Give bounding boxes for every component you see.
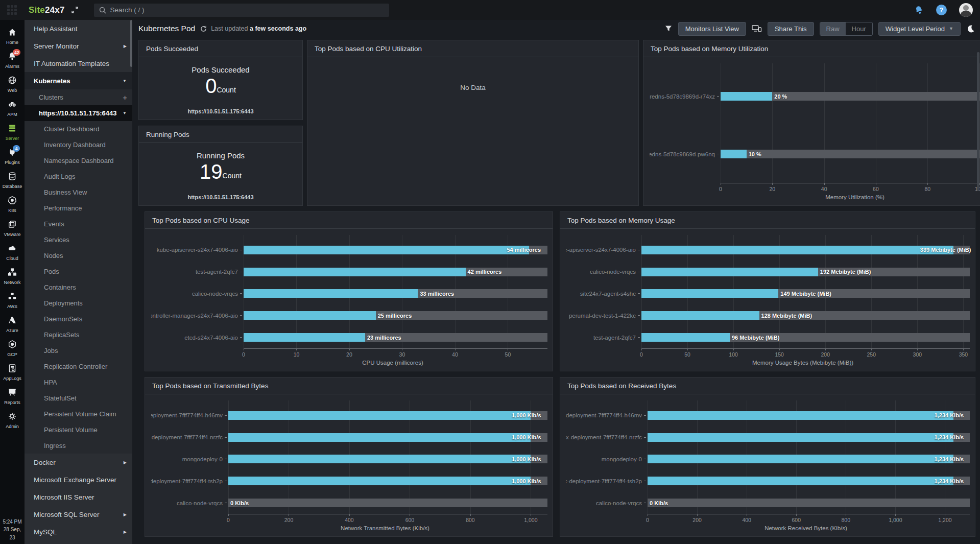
- chart-bar-row[interactable]: mongodeploy-01,234 Kib/s: [566, 448, 970, 470]
- sidebar-item-nodes[interactable]: Nodes: [25, 248, 132, 264]
- widget-level-period-dropdown[interactable]: Widget Level Period▼: [878, 22, 961, 36]
- sidebar-item-namespace-dashboard[interactable]: Namespace Dashboard: [25, 153, 132, 169]
- chart-bar-row[interactable]: calico-node-vrqcs0 Kib/s: [566, 492, 970, 514]
- rail-item-home[interactable]: Home: [0, 24, 25, 48]
- site24x7-logo[interactable]: Site24x7: [29, 5, 65, 15]
- chart-bar-row[interactable]: etcd-s24x7-4006-aio23 millicores: [151, 326, 547, 348]
- rail-item-server[interactable]: Server: [0, 120, 25, 144]
- hour-toggle[interactable]: Hour: [846, 22, 872, 35]
- sidebar-item-clusters[interactable]: Clusters+: [25, 89, 132, 105]
- fullscreen-icon[interactable]: [71, 6, 79, 14]
- sidebar-item-help-assistant[interactable]: Help Assistant: [25, 20, 132, 37]
- rail-item-cloud[interactable]: Cloud: [0, 240, 25, 264]
- sidebar-item-services[interactable]: Services: [25, 232, 132, 248]
- refresh-icon[interactable]: [200, 26, 207, 32]
- rail-item-label: Reports: [4, 400, 20, 405]
- chart-bar-row[interactable]: nginx-deployment-7fff774ff4-tsh2p1,234 K…: [566, 470, 970, 492]
- chart-bar-row[interactable]: kube-controller-manager-s24x7-4006-aio25…: [151, 304, 547, 326]
- sidebar-item-microsoft-iis-server[interactable]: Microsoft IIS Server: [25, 488, 132, 506]
- sidebar-item-jobs[interactable]: Jobs: [25, 343, 132, 359]
- rail-item-azure[interactable]: Azure: [0, 312, 25, 336]
- sidebar-item-business-view[interactable]: Business View: [25, 184, 132, 200]
- chart-bar-row[interactable]: perumal-dev-test-1-422kc128 Mebibyte (Mi…: [566, 304, 970, 326]
- dark-mode-moon-icon[interactable]: [966, 25, 975, 33]
- chart-bar-row[interactable]: mongodeploy-01,000 Kib/s: [151, 448, 547, 470]
- sidebar-item-replicasets[interactable]: ReplicaSets: [25, 327, 132, 343]
- web-icon: [8, 76, 17, 87]
- add-cluster-icon[interactable]: +: [123, 93, 127, 102]
- sidebar-item-performance[interactable]: Performance: [25, 200, 132, 216]
- rail-item-gcp[interactable]: GCP: [0, 336, 25, 360]
- share-this-button[interactable]: Share This: [768, 22, 814, 36]
- rail-item-web[interactable]: Web: [0, 72, 25, 96]
- rail-item-alarms[interactable]: Alarms42: [0, 48, 25, 72]
- sidebar-item-microsoft-exchange-server[interactable]: Microsoft Exchange Server: [25, 471, 132, 488]
- rail-item-vmware[interactable]: VMware: [0, 216, 25, 240]
- sidebar-item-audit-logs[interactable]: Audit Logs: [25, 169, 132, 184]
- sidebar-item-persistent-volume-claim[interactable]: Persistent Volume Claim: [25, 406, 132, 422]
- chart-bar-row[interactable]: nginx-deployment-7fff774ff4-nrzfc1,234 K…: [566, 427, 970, 448]
- chart-bar-row[interactable]: test-agent-2qfc742 millicores: [151, 261, 547, 283]
- rail-item-apm[interactable]: APM: [0, 96, 25, 120]
- sidebar-item-hpa[interactable]: HPA: [25, 374, 132, 390]
- sidebar-item-replication-controller[interactable]: Replication Controller: [25, 359, 132, 374]
- rail-item-aws[interactable]: AWS: [0, 288, 25, 312]
- filter-icon[interactable]: [664, 25, 673, 33]
- sidebar-item-daemonsets[interactable]: DaemonSets: [25, 311, 132, 327]
- rail-item-network[interactable]: Network: [0, 264, 25, 288]
- chart-bar-row[interactable]: coredns-5d78c9869d-r74xz20 %: [650, 67, 980, 125]
- chart-bar-row[interactable]: site24x7-agent-s4shc149 Mebibyte (MiB): [566, 283, 970, 305]
- chart-bar-row[interactable]: coredns-5d78c9869d-pw6nq10 %: [650, 125, 980, 183]
- chart-bar-row[interactable]: calico-node-vrqcs33 millicores: [151, 283, 547, 305]
- chart-bar-row[interactable]: calico-node-vrqcs0 Kib/s: [151, 492, 547, 514]
- sidebar-item-statefulset[interactable]: StatefulSet: [25, 390, 132, 406]
- sidebar-item-inventory-dashboard[interactable]: Inventory Dashboard: [25, 137, 132, 153]
- app-grid-icon[interactable]: [7, 5, 17, 15]
- chart-bar-row[interactable]: nginx-deployment-7fff774ff4-h46mv1,000 K…: [151, 405, 547, 427]
- sidebar-item-persistent-volume[interactable]: Persistent Volume: [25, 422, 132, 438]
- rail-item-admin[interactable]: Admin: [0, 408, 25, 432]
- chart-bar-row[interactable]: nginx-deployment-7fff774ff4-tsh2p1,000 K…: [151, 470, 547, 492]
- devices-icon[interactable]: [752, 25, 762, 33]
- sidebar-item-microsoft-sql-server[interactable]: Microsoft SQL Server▶: [25, 506, 132, 523]
- sidebar-item-pods[interactable]: Pods: [25, 264, 132, 279]
- stat-footer-url[interactable]: https://10.51.51.175:6443: [139, 194, 302, 200]
- chart-bar-row[interactable]: nginx-deployment-7fff774ff4-h46mv1,234 K…: [566, 405, 970, 427]
- chart-bar-row[interactable]: kube-apiserver-s24x7-4006-aio54 millicor…: [151, 239, 547, 261]
- sidebar-item-label: Help Assistant: [34, 25, 78, 33]
- sidebar-item-cluster-dashboard[interactable]: Cluster Dashboard: [25, 121, 132, 137]
- sidebar-item-ingress[interactable]: Ingress: [25, 438, 132, 454]
- rail-item-applogs[interactable]: AppLogs: [0, 360, 25, 384]
- bar-track: 0 Kib/s: [648, 499, 970, 507]
- rail-item-k8s[interactable]: K8s: [0, 192, 25, 216]
- sidebar-item-it-automation-templates[interactable]: IT Automation Templates: [25, 55, 132, 72]
- stat-footer-url[interactable]: https://10.51.51.175:6443: [139, 108, 302, 114]
- chart-x-axis: 02004006008001,0001,200: [566, 514, 970, 525]
- user-avatar[interactable]: [959, 3, 973, 17]
- sidebar-item-events[interactable]: Events: [25, 216, 132, 232]
- chart-bar-row[interactable]: test-agent-2qfc796 Mebibyte (MiB): [566, 326, 970, 348]
- search-input[interactable]: Search ( / ): [94, 4, 389, 17]
- notifications-bell-icon[interactable]: [914, 5, 924, 15]
- main-scrollbar[interactable]: [977, 52, 979, 191]
- sidebar-item-docker[interactable]: Docker▶: [25, 454, 132, 471]
- sidebar-item-https-10-51-51-175-6443[interactable]: https://10.51.51.175:6443▼: [25, 105, 132, 121]
- rail-item-plugins[interactable]: Plugins4: [0, 144, 25, 168]
- raw-toggle[interactable]: Raw: [820, 22, 846, 35]
- chart-bar-row[interactable]: kube-apiserver-s24x7-4006-aio339 Mebibyt…: [566, 239, 970, 261]
- chart-bar-row[interactable]: calico-node-vrqcs192 Mebibyte (MiB): [566, 261, 970, 283]
- sidebar-item-mysql[interactable]: MySQL▶: [25, 523, 132, 540]
- sidebar-item-containers[interactable]: Containers: [25, 279, 132, 295]
- sidebar-item-kubernetes[interactable]: Kubernetes▼: [25, 72, 132, 89]
- bar-value: [244, 311, 376, 320]
- sidebar-item-deployments[interactable]: Deployments: [25, 295, 132, 311]
- monitors-list-view-button[interactable]: Monitors List View: [678, 22, 746, 36]
- x-tick-label: 150: [775, 351, 784, 358]
- rail-item-reports[interactable]: Reports: [0, 384, 25, 408]
- rail-item-database[interactable]: Database: [0, 168, 25, 192]
- help-icon[interactable]: ?: [936, 5, 947, 15]
- chart-bar-row[interactable]: nginx-deployment-7fff774ff4-nrzfc1,000 K…: [151, 427, 547, 448]
- bar-value: [648, 455, 953, 463]
- sidebar-item-server-monitor[interactable]: Server Monitor▶: [25, 37, 132, 55]
- x-tick-label: 40: [452, 351, 458, 358]
